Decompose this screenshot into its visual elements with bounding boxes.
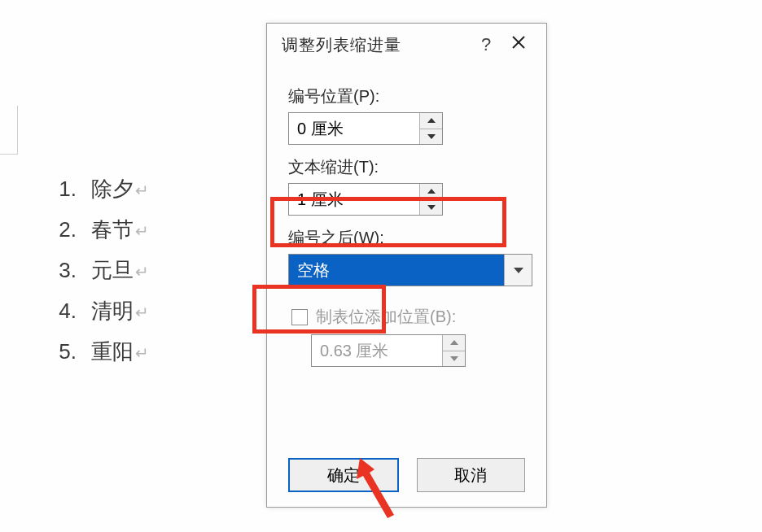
tabstop-spinner: 0.63 厘米 [311, 334, 466, 367]
tabstop-label: 制表位添加位置(B): [316, 306, 456, 328]
text-indent-value[interactable]: 1 厘米 [289, 184, 419, 215]
spinner-up-button [443, 335, 465, 351]
return-mark-icon: ↵ [135, 211, 149, 251]
dialog-footer: 确定 取消 [267, 458, 546, 492]
chevron-up-icon [427, 189, 436, 194]
list-text: 重阳 [91, 332, 134, 371]
list-item[interactable]: 3. 元旦 ↵ [50, 251, 149, 291]
chevron-down-icon [514, 268, 523, 273]
return-mark-icon: ↵ [135, 171, 149, 210]
page-corner-mark [0, 106, 18, 155]
tabstop-checkbox-row[interactable]: 制表位添加位置(B): [291, 306, 528, 328]
dropdown-caret-button[interactable] [504, 255, 532, 286]
list-number: 3. [50, 251, 91, 290]
list-text: 清明 [91, 291, 134, 330]
adjust-list-indents-dialog: 调整列表缩进量 ? 编号位置(P): 0 厘米 文本缩进(T): 1 厘米 编号… [266, 23, 547, 508]
list-item[interactable]: 1. 除夕 ↵ [50, 169, 149, 210]
number-position-spinner[interactable]: 0 厘米 [288, 112, 443, 145]
ok-button[interactable]: 确定 [288, 458, 399, 492]
list-number: 2. [50, 210, 91, 249]
list-text: 春节 [91, 210, 134, 249]
spinner-down-button[interactable] [420, 129, 442, 145]
dialog-title: 调整列表缩进量 [282, 34, 470, 56]
chevron-up-icon [427, 118, 436, 123]
tabstop-value: 0.63 厘米 [312, 335, 442, 366]
close-button[interactable] [502, 34, 535, 55]
chevron-down-icon [427, 205, 436, 210]
list-text: 除夕 [91, 169, 134, 208]
number-position-label: 编号位置(P): [288, 85, 528, 107]
number-position-value[interactable]: 0 厘米 [289, 113, 419, 144]
spinner-down-button[interactable] [420, 199, 442, 216]
text-indent-spinner[interactable]: 1 厘米 [288, 183, 443, 216]
list-item[interactable]: 2. 春节 ↵ [50, 210, 149, 251]
list-number: 1. [50, 169, 91, 208]
dialog-titlebar[interactable]: 调整列表缩进量 ? [267, 24, 546, 66]
list-number: 5. [50, 332, 91, 371]
chevron-down-icon [450, 356, 458, 361]
list-item[interactable]: 5. 重阳 ↵ [50, 332, 149, 373]
return-mark-icon: ↵ [135, 334, 149, 373]
list-number: 4. [50, 291, 91, 330]
help-button[interactable]: ? [470, 34, 502, 55]
list-item[interactable]: 4. 清明 ↵ [50, 291, 149, 332]
cancel-button[interactable]: 取消 [417, 458, 526, 492]
spinner-up-button[interactable] [420, 113, 442, 129]
chevron-up-icon [450, 340, 458, 345]
list-text: 元旦 [91, 251, 134, 290]
after-number-label: 编号之后(W): [288, 227, 528, 249]
return-mark-icon: ↵ [135, 252, 149, 291]
after-number-dropdown[interactable]: 空格 [288, 254, 532, 286]
chevron-down-icon [427, 134, 436, 139]
after-number-selected: 空格 [289, 255, 504, 286]
text-indent-label: 文本缩进(T): [288, 156, 528, 178]
tabstop-checkbox[interactable] [291, 309, 308, 325]
close-icon [510, 34, 527, 50]
spinner-up-button[interactable] [420, 184, 442, 199]
numbered-list: 1. 除夕 ↵ 2. 春节 ↵ 3. 元旦 ↵ 4. 清明 ↵ 5. 重阳 ↵ [50, 169, 149, 373]
return-mark-icon: ↵ [135, 293, 149, 332]
spinner-down-button [443, 351, 465, 367]
